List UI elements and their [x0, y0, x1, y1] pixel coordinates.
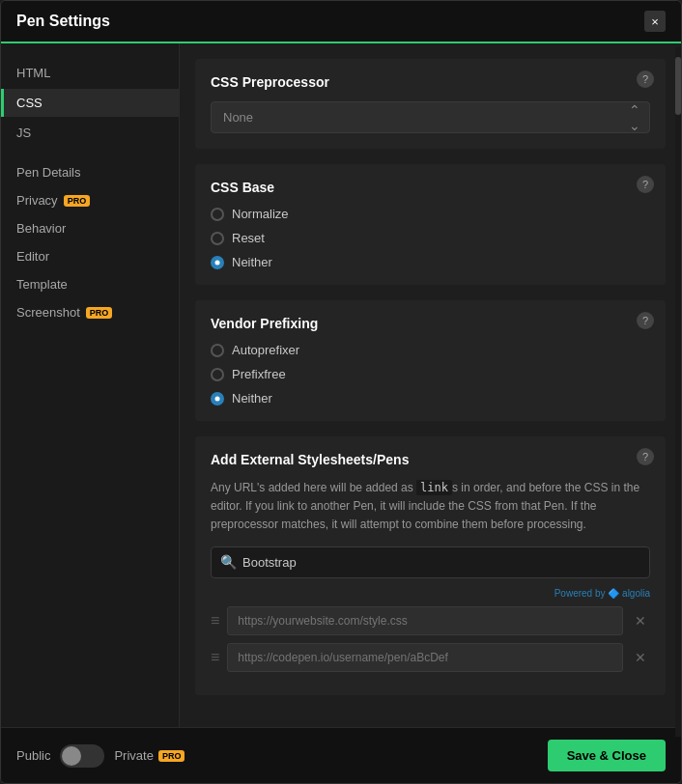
preprocessor-title: CSS Preprocessor — [211, 74, 650, 90]
toggle-knob — [62, 746, 81, 766]
radio-item-neither-base[interactable]: Neither — [211, 255, 650, 269]
pen-settings-modal: Pen Settings × HTML CSS JS Pen Details P… — [0, 0, 682, 784]
modal-body: HTML CSS JS Pen Details Privacy PRO Beha… — [1, 43, 681, 727]
modal-title: Pen Settings — [16, 13, 110, 30]
sidebar-item-label: Pen Details — [16, 165, 80, 180]
section-preprocessor: CSS Preprocessor ? None Less SCSS Sass S… — [195, 59, 666, 149]
sidebar-item-label: Screenshot — [16, 305, 80, 320]
drag-handle-icon-1[interactable]: ≡ — [211, 612, 219, 630]
drag-handle-icon-2[interactable]: ≡ — [211, 649, 219, 666]
sidebar-item-label: Behavior — [16, 221, 66, 236]
radio-item-neither-vendor[interactable]: Neither — [211, 391, 650, 406]
radio-label-prefixfree: Prefixfree — [232, 367, 286, 381]
search-wrapper: 🔍 — [211, 546, 650, 578]
radio-neither-base[interactable] — [211, 256, 224, 269]
sidebar-section-settings: Pen Details Privacy PRO Behavior Editor … — [1, 158, 179, 326]
sidebar-item-privacy[interactable]: Privacy PRO — [1, 186, 179, 214]
vendor-prefixing-title: Vendor Prefixing — [211, 316, 650, 331]
radio-prefixfree[interactable] — [211, 368, 224, 381]
pro-badge-footer: PRO — [158, 750, 185, 762]
scrollbar-track[interactable] — [675, 47, 681, 727]
sidebar-item-label: Privacy — [16, 193, 58, 208]
sidebar-item-label: HTML — [16, 66, 50, 80]
vendor-prefixing-help-icon[interactable]: ? — [637, 312, 654, 329]
radio-autoprefixer[interactable] — [211, 344, 224, 357]
external-stylesheets-help-icon[interactable]: ? — [637, 448, 654, 465]
public-label: Public — [16, 748, 50, 763]
radio-label-neither-vendor: Neither — [232, 391, 272, 406]
radio-normalize[interactable] — [211, 208, 224, 221]
sidebar-item-label: JS — [16, 126, 31, 140]
private-label: Private PRO — [114, 748, 185, 763]
preprocessor-select-wrapper: None Less SCSS Sass Stylus PostCSS ⌃⌄ — [211, 101, 650, 133]
radio-label-neither-base: Neither — [232, 255, 272, 269]
preprocessor-help-icon[interactable]: ? — [637, 70, 654, 88]
footer-left: Public Private PRO — [16, 744, 185, 768]
section-css-base: CSS Base ? Normalize Reset Neither — [195, 164, 666, 285]
radio-label-normalize: Normalize — [232, 207, 289, 221]
sidebar-item-template[interactable]: Template — [1, 270, 179, 298]
radio-label-reset: Reset — [232, 231, 265, 245]
url-input-2[interactable] — [227, 643, 623, 672]
radio-reset[interactable] — [211, 232, 224, 245]
scrollbar-thumb[interactable] — [675, 57, 681, 115]
save-close-button[interactable]: Save & Close — [548, 740, 666, 771]
search-input[interactable] — [211, 546, 650, 578]
sidebar: HTML CSS JS Pen Details Privacy PRO Beha… — [1, 43, 180, 727]
close-button[interactable]: × — [644, 11, 666, 32]
radio-neither-vendor[interactable] — [211, 392, 224, 406]
css-base-help-icon[interactable]: ? — [637, 176, 654, 193]
sidebar-item-label: Template — [16, 277, 68, 292]
preprocessor-select[interactable]: None Less SCSS Sass Stylus PostCSS — [211, 101, 650, 133]
main-content: CSS Preprocessor ? None Less SCSS Sass S… — [180, 43, 681, 727]
search-icon: 🔍 — [220, 554, 237, 570]
sidebar-item-pen-details[interactable]: Pen Details — [1, 158, 179, 186]
modal-header: Pen Settings × — [1, 1, 681, 43]
section-external-stylesheets: Add External Stylesheets/Pens ? Any URL'… — [195, 436, 666, 695]
sidebar-item-label: CSS — [16, 96, 43, 110]
sidebar-item-html[interactable]: HTML — [1, 59, 179, 87]
algolia-brand: algolia — [622, 588, 650, 599]
url-input-1[interactable] — [227, 606, 623, 635]
url-input-row-2: ≡ ✕ — [211, 643, 650, 672]
radio-item-reset[interactable]: Reset — [211, 231, 650, 245]
sidebar-item-editor[interactable]: Editor — [1, 242, 179, 270]
sidebar-item-css[interactable]: CSS — [1, 89, 179, 117]
vendor-prefixing-radio-group: Autoprefixer Prefixfree Neither — [211, 343, 650, 406]
pro-badge: PRO — [64, 195, 91, 207]
sidebar-item-screenshot[interactable]: Screenshot PRO — [1, 298, 179, 326]
algolia-icon: 🔷 — [608, 588, 622, 599]
url-remove-button-2[interactable]: ✕ — [631, 648, 650, 667]
algolia-credit: Powered by 🔷 algolia — [211, 588, 650, 599]
section-vendor-prefixing: Vendor Prefixing ? Autoprefixer Prefixfr… — [195, 300, 666, 421]
algolia-powered-by: Powered by — [554, 588, 606, 599]
external-stylesheets-desc: Any URL's added here will be added as li… — [211, 479, 650, 535]
radio-item-autoprefixer[interactable]: Autoprefixer — [211, 343, 650, 357]
external-stylesheets-title: Add External Stylesheets/Pens — [211, 452, 650, 467]
radio-label-autoprefixer: Autoprefixer — [232, 343, 299, 357]
pro-badge: PRO — [86, 307, 113, 319]
css-base-radio-group: Normalize Reset Neither — [211, 207, 650, 269]
radio-item-normalize[interactable]: Normalize — [211, 207, 650, 221]
link-code: link — [416, 480, 452, 495]
public-private-toggle[interactable] — [60, 744, 104, 768]
radio-item-prefixfree[interactable]: Prefixfree — [211, 367, 650, 381]
sidebar-item-js[interactable]: JS — [1, 119, 179, 147]
sidebar-item-behavior[interactable]: Behavior — [1, 214, 179, 242]
url-input-row-1: ≡ ✕ — [211, 606, 650, 635]
modal-footer: Public Private PRO Save & Close — [1, 727, 681, 783]
css-base-title: CSS Base — [211, 180, 650, 195]
url-remove-button-1[interactable]: ✕ — [631, 611, 650, 630]
sidebar-item-label: Editor — [16, 249, 49, 264]
